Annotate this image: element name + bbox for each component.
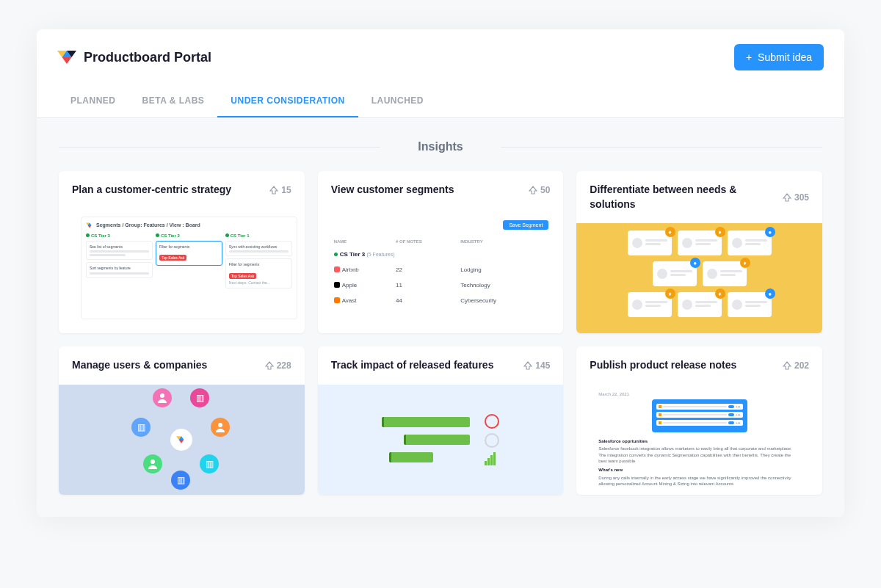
upvote-icon: [523, 361, 532, 370]
chat-icon: ●: [765, 288, 775, 299]
svg-marker-2: [62, 57, 72, 64]
card-release-notes[interactable]: Publish product release notes 202 March …: [576, 346, 822, 495]
upvote-icon: [783, 361, 791, 370]
card-title: Differentiate between needs & solutions: [590, 183, 783, 211]
vote-count[interactable]: 50: [529, 185, 550, 195]
tab-launched[interactable]: LAUNCHED: [358, 85, 437, 117]
building-icon: ▥: [131, 418, 151, 437]
svg-marker-9: [179, 440, 184, 443]
svg-point-10: [160, 393, 164, 398]
vote-count[interactable]: 305: [783, 192, 809, 203]
card-preview: ▥ ▥ ▥ ▥: [59, 385, 305, 495]
tab-planned[interactable]: PLANNED: [57, 85, 129, 117]
card-preview: Segments / Group: Features / View : Boar…: [59, 209, 305, 319]
app-header: Productboard Portal + Submit idea: [37, 29, 844, 85]
chat-icon: ●: [765, 227, 775, 237]
tab-bar: PLANNED BETA & LABS UNDER CONSIDERATION …: [37, 85, 844, 118]
idea-icon: ♦: [715, 288, 725, 299]
tab-under-consideration[interactable]: UNDER CONSIDERATION: [217, 85, 358, 117]
svg-point-11: [218, 423, 222, 427]
card-grid: Plan a customer-centric strategy 15 Segm…: [59, 171, 822, 495]
card-strategy[interactable]: Plan a customer-centric strategy 15 Segm…: [59, 171, 305, 333]
card-preview: March 22, 2021 ••• ••• ••• Salesforce op…: [576, 385, 822, 495]
app-title: Productboard Portal: [84, 50, 211, 65]
card-title: Plan a customer-centric strategy: [72, 183, 269, 197]
svg-point-12: [151, 460, 155, 464]
card-title: Publish product release notes: [590, 358, 783, 373]
chat-icon: ●: [690, 258, 700, 268]
vote-count[interactable]: 202: [783, 360, 809, 371]
vote-count[interactable]: 145: [523, 360, 550, 371]
person-icon: [143, 454, 162, 473]
card-needs-solutions[interactable]: Differentiate between needs & solutions …: [576, 171, 822, 333]
upvote-icon: [265, 361, 274, 370]
upvote-icon: [529, 186, 537, 195]
building-icon: ▥: [200, 454, 219, 473]
building-icon: ▥: [190, 388, 209, 407]
section-title: Insights: [59, 140, 822, 153]
card-preview: Save Segment NAME# OF NOTESINDUSTRY CS T…: [318, 209, 564, 319]
bars-icon: [485, 452, 499, 465]
upvote-icon: [269, 186, 278, 195]
productboard-logo-icon: [57, 48, 76, 67]
vote-count[interactable]: 15: [269, 185, 291, 195]
submit-idea-button[interactable]: + Submit idea: [734, 44, 824, 70]
building-icon: ▥: [171, 471, 190, 490]
card-users-companies[interactable]: Manage users & companies 228 ▥ ▥ ▥: [59, 346, 305, 495]
card-title: View customer segments: [331, 183, 529, 197]
idea-icon: ♦: [665, 288, 675, 299]
idea-icon: ♦: [740, 258, 750, 268]
logo: Productboard Portal: [57, 48, 211, 67]
person-icon: [153, 388, 172, 407]
card-title: Manage users & companies: [72, 358, 265, 373]
idea-icon: ♦: [665, 227, 675, 237]
upvote-icon: [783, 193, 791, 202]
trend-icon: [485, 414, 499, 429]
ring-icon: [485, 433, 499, 448]
plus-icon: +: [746, 51, 752, 63]
vote-count[interactable]: 228: [265, 360, 291, 371]
idea-icon: ♦: [715, 227, 725, 237]
person-icon: [211, 418, 230, 437]
card-impact[interactable]: Track impact of released features 145: [318, 346, 564, 495]
svg-marker-6: [88, 225, 92, 228]
portal-app: Productboard Portal + Submit idea PLANNE…: [37, 29, 844, 517]
tab-beta-labs[interactable]: BETA & LABS: [129, 85, 218, 117]
card-preview: ♦ ♦ ● ● ♦ ♦ ♦ ●: [576, 223, 822, 333]
mini-logo-icon: [86, 222, 93, 229]
content-area: Insights Plan a customer-centric strateg…: [37, 118, 844, 517]
card-segments[interactable]: View customer segments 50 Save Segment N…: [318, 171, 564, 333]
card-preview: [318, 385, 564, 495]
card-title: Track impact of released features: [331, 358, 524, 373]
